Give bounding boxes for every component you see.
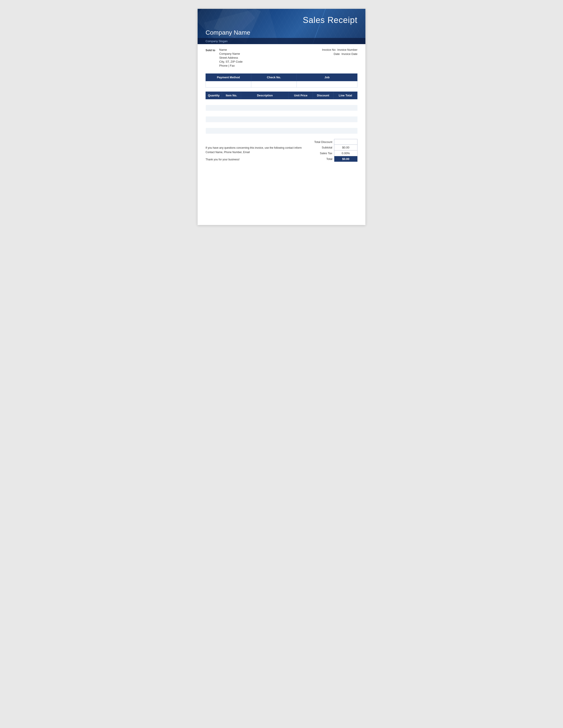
check-no-header: Check No. (251, 74, 297, 81)
footer-notes: If you have any questions concerning thi… (205, 146, 309, 162)
tax-row: Sales Tax 0.00% (309, 150, 358, 156)
invoice-number-row: Invoice No Invoice Number (322, 48, 358, 51)
footer-area: If you have any questions concerning thi… (205, 139, 358, 162)
table-cell (206, 122, 222, 128)
item-no-header: Item No. (222, 92, 241, 99)
contact-detail: Contact Name, Phone Number, Email (205, 150, 305, 154)
contact-name: Name (219, 48, 242, 51)
job-header: Job (297, 74, 358, 81)
thank-you-text: Thank you for your business! (205, 158, 305, 162)
subtotal-row: Subtotal $0.00 (309, 145, 358, 150)
sold-to-section: Sold to Name Company Name Street Address… (197, 44, 366, 69)
table-cell (222, 99, 241, 105)
table-cell (241, 111, 289, 116)
contact-company: Company Name (219, 52, 242, 55)
header: Sales Receipt Company Name Company Sloga… (197, 9, 366, 44)
table-cell (334, 128, 357, 134)
unit-price-header: Unit Price (289, 92, 313, 99)
page: Sales Receipt Company Name Company Sloga… (197, 9, 366, 225)
table-cell (241, 122, 289, 128)
items-header-row: Quantity Item No. Description Unit Price… (206, 92, 358, 99)
total-row: Total $0.00 (309, 156, 358, 162)
table-cell (206, 111, 222, 116)
sold-to-label: Sold to (205, 48, 215, 67)
table-cell (289, 105, 313, 111)
discount-header: Discount (313, 92, 334, 99)
payment-header-row: Payment Method Check No. Job (206, 74, 358, 81)
table-cell (313, 116, 334, 122)
table-cell (289, 99, 313, 105)
total-label: Total (309, 156, 334, 162)
table-cell (206, 116, 222, 122)
payment-method-cell (206, 81, 251, 88)
invoice-info: Invoice No Invoice Number Date Invoice D… (322, 48, 358, 67)
company-name: Company Name (205, 29, 250, 36)
table-cell (222, 111, 241, 116)
table-row (206, 128, 358, 134)
table-cell (313, 105, 334, 111)
items-table: Quantity Item No. Description Unit Price… (205, 92, 358, 134)
sold-to-left: Sold to Name Company Name Street Address… (205, 48, 242, 67)
payment-data-row (206, 81, 358, 88)
job-cell (297, 81, 358, 88)
table-cell (206, 99, 222, 105)
slogan-bar: Company Slogan (197, 38, 366, 44)
table-cell (222, 116, 241, 122)
description-header: Description (241, 92, 289, 99)
table-cell (222, 122, 241, 128)
table-row (206, 105, 358, 111)
sold-to-info: Name Company Name Street Address City, S… (219, 48, 242, 67)
subtotal-value: $0.00 (334, 145, 358, 150)
invoice-date-label: Date (334, 52, 340, 56)
table-row (206, 116, 358, 122)
table-cell (334, 116, 357, 122)
company-slogan: Company Slogan (205, 39, 227, 43)
table-row (206, 122, 358, 128)
contact-text: If you have any questions concerning thi… (205, 146, 305, 150)
table-cell (241, 128, 289, 134)
table-cell (241, 105, 289, 111)
contact-street: Street Address (219, 56, 242, 59)
total-value: $0.00 (334, 156, 358, 162)
table-cell (241, 116, 289, 122)
table-cell (289, 128, 313, 134)
table-cell (313, 99, 334, 105)
totals-table: Total Discount Subtotal $0.00 Sales Tax … (309, 139, 358, 162)
table-row (206, 99, 358, 105)
subtotal-label: Subtotal (309, 145, 334, 150)
table-cell (289, 116, 313, 122)
invoice-no-value: Invoice Number (337, 48, 358, 51)
line-total-header: Line Total (334, 92, 357, 99)
quantity-header: Quantity (206, 92, 222, 99)
totals-section: Total Discount Subtotal $0.00 Sales Tax … (309, 139, 358, 162)
tax-value: 0.00% (334, 150, 358, 156)
table-cell (222, 128, 241, 134)
table-row (206, 111, 358, 116)
table-cell (241, 99, 289, 105)
invoice-date-row: Date Invoice Date (334, 52, 358, 56)
table-cell (222, 105, 241, 111)
tax-label: Sales Tax (309, 150, 334, 156)
table-cell (206, 128, 222, 134)
contact-phone: Phone | Fax (219, 64, 242, 67)
contact-city: City, ST, ZIP Code (219, 60, 242, 63)
table-cell (313, 111, 334, 116)
table-cell (334, 99, 357, 105)
total-discount-row: Total Discount (309, 139, 358, 145)
table-cell (313, 128, 334, 134)
table-cell (289, 111, 313, 116)
invoice-date-value: Invoice Date (342, 52, 358, 56)
table-cell (313, 122, 334, 128)
payment-table: Payment Method Check No. Job (205, 73, 358, 88)
table-cell (334, 105, 357, 111)
table-cell (289, 122, 313, 128)
table-cell (334, 122, 357, 128)
invoice-no-label: Invoice No (322, 48, 336, 51)
total-discount-value (334, 139, 358, 145)
total-discount-label: Total Discount (309, 139, 334, 145)
table-cell (334, 111, 357, 116)
table-cell (206, 105, 222, 111)
payment-method-header: Payment Method (206, 74, 251, 81)
check-no-cell (251, 81, 297, 88)
receipt-title: Sales Receipt (303, 15, 358, 25)
